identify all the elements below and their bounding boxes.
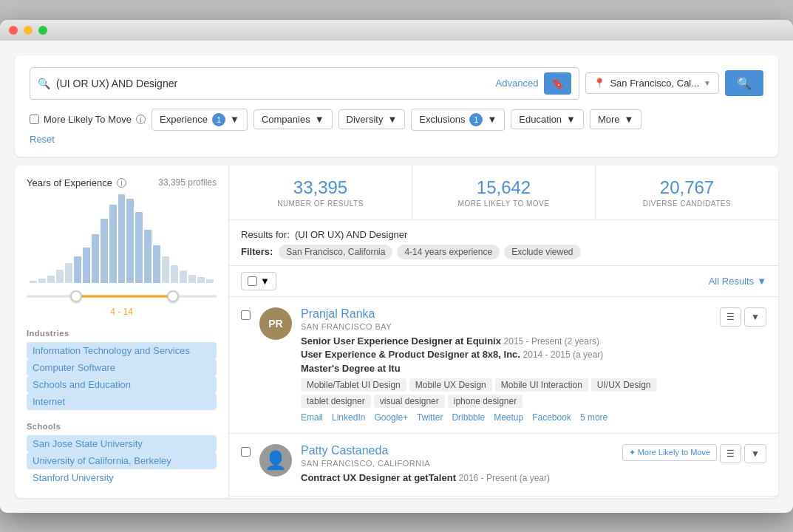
candidate-name[interactable]: Patty Castaneda	[301, 444, 388, 457]
info-icon[interactable]: i	[136, 115, 146, 124]
more-filter[interactable]: More ▼	[590, 109, 642, 129]
list-view-button[interactable]: ☰	[720, 444, 741, 463]
range-thumb-right[interactable]	[167, 290, 179, 302]
skill-tag: Mobile/Tablet UI Design	[301, 378, 406, 392]
contact-link-facebook[interactable]: Facebook	[532, 412, 571, 423]
location-selector[interactable]: 📍 San Francisco, Cal... ▼	[585, 72, 719, 94]
candidate-card: 👤Patty CastanedaSAN FRANCISCO, CALIFORNI…	[229, 434, 778, 497]
skill-tag: iphone designer	[448, 395, 523, 408]
industry-item[interactable]: Information Technology and Services	[27, 342, 217, 359]
range-thumb-left[interactable]	[70, 290, 82, 302]
sidebar: Years of Experience i 33,395 profiles 4 …	[15, 166, 229, 498]
titlebar	[0, 20, 793, 41]
range-fill	[74, 295, 169, 297]
job-title: Contract UX Designer at getTalent 2016 -…	[301, 472, 613, 483]
contact-link-linkedin[interactable]: LinkedIn	[332, 412, 365, 423]
results-label: NUMBER OF RESULTS	[238, 200, 403, 208]
companies-chevron-icon: ▼	[315, 114, 324, 125]
years-info-icon[interactable]: i	[117, 178, 126, 188]
more-actions-button[interactable]: ▼	[744, 307, 766, 327]
range-labels: 4 - 14	[27, 307, 217, 317]
industries-list: Information Technology and ServicesCompu…	[27, 342, 217, 410]
candidate-location: SAN FRANCISCO BAY	[301, 322, 711, 331]
avatar: 👤	[259, 444, 292, 477]
card-actions: ☰▼	[720, 307, 766, 327]
contact-link-5-more[interactable]: 5 more	[580, 412, 607, 423]
exclusions-filter[interactable]: Exclusions 1 ▼	[411, 109, 505, 131]
chart-bar	[109, 205, 117, 283]
chart-bar	[180, 270, 187, 283]
all-results-chevron-icon: ▼	[757, 276, 766, 287]
more-likely-badge[interactable]: ✦ More Likely to Move	[622, 444, 717, 461]
companies-filter[interactable]: Companies ▼	[253, 109, 333, 129]
schools-list: San Jose State UniversityUniversity of C…	[27, 435, 217, 486]
education-filter[interactable]: Education ▼	[511, 109, 584, 129]
industry-item[interactable]: Internet	[27, 393, 217, 410]
years-label: Years of Experience	[27, 177, 112, 188]
skill-tag: UI/UX Design	[591, 378, 657, 392]
avatar: PR	[259, 307, 292, 340]
experience-label: Experience	[160, 114, 208, 125]
more-label: More	[598, 114, 620, 125]
school-item[interactable]: San Jose State University	[27, 435, 217, 452]
exclusions-chevron-icon: ▼	[487, 114, 497, 125]
diversity-label: Diversity	[347, 114, 384, 125]
maximize-button[interactable]	[38, 26, 47, 35]
candidate-card: PRPranjal RankaSAN FRANCISCO BAYSenior U…	[229, 297, 778, 434]
exclusions-badge: 1	[469, 113, 483, 126]
contact-link-meetup[interactable]: Meetup	[494, 412, 523, 423]
select-all-button[interactable]: ▼	[241, 272, 276, 290]
bookmark-button[interactable]: 🔖	[544, 72, 571, 95]
list-view-button[interactable]: ☰	[720, 307, 741, 327]
contact-link-email[interactable]: Email	[301, 412, 323, 423]
candidate-checkbox[interactable]	[241, 447, 251, 457]
reset-link[interactable]: Reset	[30, 134, 55, 145]
more-likely-checkbox-label[interactable]: More Likely To Move i	[30, 114, 146, 125]
school-item[interactable]: University of California, Berkeley	[27, 452, 217, 469]
range-slider[interactable]	[27, 289, 217, 304]
advanced-button[interactable]: Advanced	[496, 78, 539, 89]
card-actions: ✦ More Likely to Move☰▼	[622, 444, 766, 463]
select-all-chevron-icon[interactable]: ▼	[260, 276, 270, 287]
all-results-label: All Results	[709, 276, 754, 287]
location-text: San Francisco, Cal...	[610, 78, 699, 89]
industry-item[interactable]: Computer Software	[27, 359, 217, 376]
candidate-name[interactable]: Pranjal Ranka	[301, 307, 375, 321]
chart-bar	[197, 277, 205, 282]
school-item[interactable]: Stanford University	[27, 469, 217, 486]
industries-section: Industries Information Technology and Se…	[27, 329, 217, 410]
results-header: Results for: (UI OR UX) AND Designer Fil…	[229, 220, 778, 266]
more-likely-label: More Likely To Move	[44, 114, 132, 125]
chart-bar	[144, 230, 152, 283]
exclusions-label: Exclusions	[419, 114, 465, 125]
minimize-button[interactable]	[24, 26, 33, 35]
chart-bar	[47, 276, 55, 283]
filters-prefix: Filters:	[241, 246, 273, 257]
more-actions-button[interactable]: ▼	[744, 444, 766, 463]
close-button[interactable]	[9, 26, 18, 35]
schools-label: Schools	[27, 422, 217, 431]
chart-bar	[30, 281, 37, 282]
more-chevron-icon: ▼	[624, 114, 634, 125]
filters-tags: San Francisco, California4-14 years expe…	[279, 245, 580, 259]
industry-item[interactable]: Schools and Education	[27, 376, 217, 393]
more-likely-checkbox[interactable]	[30, 115, 39, 124]
contact-link-dribbble[interactable]: Dribbble	[452, 412, 485, 423]
search-input[interactable]: (UI OR UX) AND Designer	[56, 78, 490, 89]
range-value: 4 - 14	[110, 307, 133, 317]
skill-tag: Mobile UX Design	[409, 378, 492, 392]
filter-tag: 4-14 years experience	[397, 245, 500, 259]
candidate-checkbox[interactable]	[241, 310, 251, 320]
search-input-wrapper[interactable]: 🔍 (UI OR UX) AND Designer Advanced 🔖	[30, 67, 579, 100]
chart-bar	[56, 270, 64, 283]
select-all-checkbox[interactable]	[248, 276, 257, 286]
search-row: 🔍 (UI OR UX) AND Designer Advanced 🔖 📍 S…	[30, 67, 763, 100]
all-results-button[interactable]: All Results ▼	[709, 276, 766, 287]
experience-filter[interactable]: Experience 1 ▼	[152, 109, 248, 131]
search-button[interactable]: 🔍	[725, 70, 763, 96]
contact-link-twitter[interactable]: Twitter	[417, 412, 443, 423]
contact-link-google+[interactable]: Google+	[374, 412, 408, 423]
diversity-filter[interactable]: Diversity ▼	[338, 109, 406, 129]
skill-tag: tablet designer	[301, 395, 371, 408]
search-icon: 🔍	[38, 78, 50, 89]
